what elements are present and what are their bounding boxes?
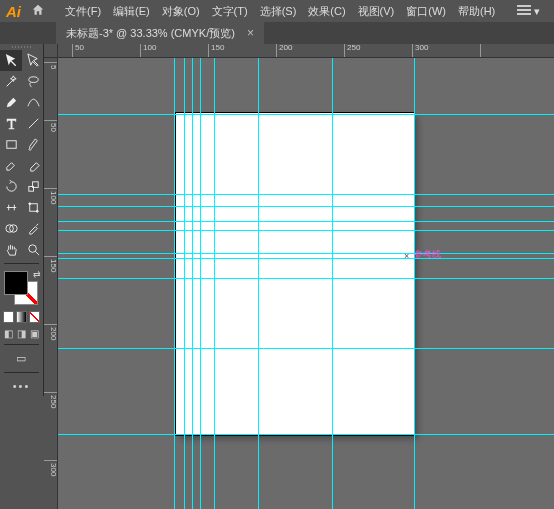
tool-panel: ⇄ ◧ ◨ ▣ ▭ ••• bbox=[0, 44, 44, 396]
draw-behind-icon[interactable]: ◨ bbox=[16, 327, 27, 339]
guide-horizontal[interactable] bbox=[58, 348, 554, 349]
gradient-icon[interactable] bbox=[16, 311, 27, 323]
none-icon[interactable] bbox=[29, 311, 40, 323]
ruler-tick: 250 bbox=[344, 44, 360, 58]
magic-wand-tool[interactable] bbox=[0, 71, 22, 92]
fill-stroke[interactable]: ⇄ bbox=[0, 267, 43, 309]
document-tab[interactable]: 未标题-3* @ 33.33% (CMYK/预览) × bbox=[56, 22, 264, 44]
ruler-tick: 150 bbox=[208, 44, 224, 58]
svg-point-8 bbox=[28, 203, 30, 205]
svg-rect-1 bbox=[517, 9, 531, 11]
ruler-tick: 150 bbox=[44, 256, 58, 272]
ruler-tick bbox=[480, 44, 483, 58]
ruler-tick: 100 bbox=[140, 44, 156, 58]
smart-guide-label: 参考线 bbox=[414, 248, 441, 261]
fill-swatch[interactable] bbox=[4, 271, 28, 295]
svg-point-12 bbox=[28, 245, 36, 253]
tool-grid bbox=[0, 50, 43, 260]
shaper-tool[interactable] bbox=[0, 155, 22, 176]
screen-mode-button[interactable]: ▭ bbox=[0, 348, 43, 369]
svg-rect-4 bbox=[6, 141, 15, 149]
guide-vertical[interactable] bbox=[214, 58, 215, 509]
ruler-tick: 50 bbox=[44, 120, 58, 132]
app-logo: Ai bbox=[6, 3, 21, 20]
rotate-tool[interactable] bbox=[0, 176, 22, 197]
guide-vertical[interactable] bbox=[258, 58, 259, 509]
ruler-horizontal[interactable]: 50 100 150 200 250 300 bbox=[58, 44, 554, 58]
menubar: Ai 文件(F) 编辑(E) 对象(O) 文字(T) 选择(S) 效果(C) 视… bbox=[0, 0, 554, 22]
tabbar: 未标题-3* @ 33.33% (CMYK/预览) × bbox=[0, 22, 554, 44]
type-tool[interactable] bbox=[0, 113, 22, 134]
ruler-tick: 200 bbox=[276, 44, 292, 58]
draw-mode-row: ◧ ◨ ▣ bbox=[0, 325, 43, 341]
ruler-tick: 100 bbox=[44, 188, 58, 204]
guide-horizontal[interactable] bbox=[58, 278, 554, 279]
guide-horizontal[interactable] bbox=[58, 114, 554, 115]
menu-file[interactable]: 文件(F) bbox=[61, 2, 105, 21]
ruler-tick: 5 bbox=[44, 62, 58, 69]
selection-tool[interactable] bbox=[0, 50, 22, 71]
edit-toolbar-button[interactable]: ••• bbox=[0, 376, 43, 396]
guide-vertical[interactable] bbox=[192, 58, 193, 509]
menu-select[interactable]: 选择(S) bbox=[256, 2, 301, 21]
canvas-area: 50 100 150 200 250 300 5 50 100 150 200 … bbox=[44, 44, 554, 509]
lasso-tool[interactable] bbox=[22, 71, 44, 92]
menu-items: 文件(F) 编辑(E) 对象(O) 文字(T) 选择(S) 效果(C) 视图(V… bbox=[61, 2, 499, 21]
draw-inside-icon[interactable]: ▣ bbox=[29, 327, 40, 339]
menu-edit[interactable]: 编辑(E) bbox=[109, 2, 154, 21]
tab-title: 未标题-3* @ 33.33% (CMYK/预览) bbox=[66, 26, 235, 41]
ruler-vertical[interactable]: 5 50 100 150 200 250 300 bbox=[44, 58, 58, 509]
curvature-tool[interactable] bbox=[22, 92, 44, 113]
swap-icon[interactable]: ⇄ bbox=[33, 269, 41, 279]
menu-window[interactable]: 窗口(W) bbox=[402, 2, 450, 21]
guide-horizontal[interactable] bbox=[58, 253, 554, 254]
menu-type[interactable]: 文字(T) bbox=[208, 2, 252, 21]
guide-horizontal[interactable] bbox=[58, 434, 554, 435]
cursor-marker: × bbox=[404, 251, 409, 261]
shape-builder-tool[interactable] bbox=[0, 218, 22, 239]
guide-vertical[interactable] bbox=[332, 58, 333, 509]
eyedropper-tool[interactable] bbox=[22, 218, 44, 239]
guide-vertical[interactable] bbox=[174, 58, 175, 509]
rectangle-tool[interactable] bbox=[0, 134, 22, 155]
scale-tool[interactable] bbox=[22, 176, 44, 197]
svg-rect-7 bbox=[29, 204, 37, 212]
color-icon[interactable] bbox=[3, 311, 14, 323]
eraser-tool[interactable] bbox=[22, 155, 44, 176]
artboard bbox=[176, 113, 414, 435]
svg-point-9 bbox=[36, 210, 38, 212]
color-mode-row bbox=[0, 309, 43, 325]
ruler-tick: 250 bbox=[44, 392, 58, 408]
close-icon[interactable]: × bbox=[247, 26, 254, 40]
home-icon[interactable] bbox=[31, 3, 45, 20]
ruler-tick: 300 bbox=[44, 460, 58, 476]
guide-horizontal[interactable] bbox=[58, 221, 554, 222]
free-transform-tool[interactable] bbox=[22, 197, 44, 218]
line-tool[interactable] bbox=[22, 113, 44, 134]
zoom-tool[interactable] bbox=[22, 239, 44, 260]
menu-object[interactable]: 对象(O) bbox=[158, 2, 204, 21]
guide-vertical[interactable] bbox=[184, 58, 185, 509]
paintbrush-tool[interactable] bbox=[22, 134, 44, 155]
guide-horizontal[interactable] bbox=[58, 230, 554, 231]
width-tool[interactable] bbox=[0, 197, 22, 218]
menu-effect[interactable]: 效果(C) bbox=[304, 2, 349, 21]
draw-normal-icon[interactable]: ◧ bbox=[3, 327, 14, 339]
direct-selection-tool[interactable] bbox=[22, 50, 44, 71]
guide-horizontal[interactable] bbox=[58, 206, 554, 207]
ruler-origin[interactable] bbox=[44, 44, 58, 58]
ruler-tick: 200 bbox=[44, 324, 58, 340]
ruler-tick: 50 bbox=[72, 44, 84, 58]
guide-horizontal[interactable] bbox=[58, 258, 554, 259]
workspace-switcher[interactable]: ▾ bbox=[517, 5, 540, 18]
guide-horizontal[interactable] bbox=[58, 194, 554, 195]
hand-tool[interactable] bbox=[0, 239, 22, 260]
menu-help[interactable]: 帮助(H) bbox=[454, 2, 499, 21]
svg-rect-0 bbox=[517, 5, 531, 7]
viewport[interactable]: × 参考线 bbox=[58, 58, 554, 509]
pen-tool[interactable] bbox=[0, 92, 22, 113]
menu-view[interactable]: 视图(V) bbox=[354, 2, 399, 21]
guide-vertical[interactable] bbox=[200, 58, 201, 509]
guide-vertical[interactable] bbox=[414, 58, 415, 509]
ruler-tick: 300 bbox=[412, 44, 428, 58]
